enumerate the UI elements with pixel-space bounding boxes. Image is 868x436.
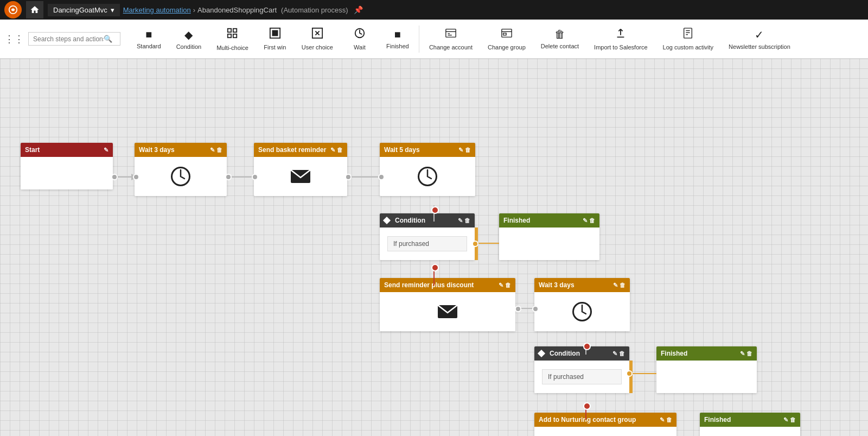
node-finished1-header: Finished ✎ 🗑 (499, 213, 599, 228)
automation-canvas[interactable]: Start ✎ Wait 3 days ✎ 🗑 Send basket remi… (0, 59, 868, 436)
node-finished1[interactable]: Finished ✎ 🗑 (499, 213, 599, 260)
clock-icon (170, 166, 192, 187)
app-name[interactable]: DancingGoatMvc ▾ (48, 4, 120, 16)
node-condition2[interactable]: Condition ✎ 🗑 If purchased (534, 346, 629, 393)
node-finished2-header: Finished ✎ 🗑 (656, 346, 757, 361)
connector-wait1-in (133, 174, 139, 180)
node-finished3-body (700, 427, 800, 436)
newsletter-sub-icon: ✓ (755, 28, 764, 41)
import-salesforce-label: Import to Salesforce (594, 44, 647, 50)
node-wait1-body (135, 157, 227, 196)
node-nurturing-title: Add to Nurturing contact group (539, 416, 636, 424)
email-icon-2 (437, 303, 458, 320)
search-box: 🔍 (28, 32, 120, 46)
node-wait3-body (534, 292, 630, 331)
multi-choice-label: Multi-choice (216, 45, 248, 51)
app-logo[interactable] (4, 1, 22, 18)
breadcrumb-page: AbandonedShoppingCart (197, 6, 277, 14)
pin-icon[interactable]: 📌 (354, 5, 363, 14)
node-wait2[interactable]: Wait 5 days ✎ 🗑 (380, 143, 475, 196)
node-wait1[interactable]: Wait 3 days ✎ 🗑 (135, 143, 227, 196)
node-finished2-actions[interactable]: ✎ 🗑 (740, 350, 752, 357)
node-add-nurturing[interactable]: Add to Nurturing contact group ✎ 🗑 (534, 413, 676, 436)
toolbar-item-condition[interactable]: ◆ Condition (169, 20, 209, 58)
toolbar-item-wait[interactable]: Wait (341, 20, 379, 58)
email-icon (290, 168, 311, 185)
node-finished3[interactable]: Finished ✎ 🗑 (700, 413, 800, 436)
node-basket-actions[interactable]: ✎ 🗑 (330, 147, 343, 154)
toolbar-item-change-account[interactable]: Change account (422, 20, 480, 58)
svg-rect-4 (233, 34, 237, 37)
condition2-branch-bar (629, 361, 633, 393)
delete-contact-icon: 🗑 (554, 28, 565, 41)
connector-cond2-down (583, 402, 591, 410)
node-condition1[interactable]: Condition ✎ 🗑 If purchased (380, 213, 475, 260)
node-send-basket[interactable]: Send basket reminder ✎ 🗑 (254, 143, 347, 196)
node-wait2-actions[interactable]: ✎ 🗑 (458, 147, 471, 154)
node-condition2-body: If purchased (534, 361, 629, 393)
node-reminder-actions[interactable]: ✎ 🗑 (499, 282, 511, 289)
svg-rect-12 (446, 29, 456, 37)
svg-rect-2 (233, 28, 237, 31)
connector-cond1-down (431, 264, 439, 271)
node-start[interactable]: Start ✎ (21, 143, 113, 189)
node-condition2-title: Condition (550, 350, 580, 357)
first-win-icon (269, 27, 281, 42)
toolbar-item-change-group[interactable]: Change group (480, 20, 533, 58)
home-button[interactable] (26, 1, 43, 18)
toolbar-item-multi-choice[interactable]: Multi-choice (209, 20, 256, 58)
node-wait3-actions[interactable]: ✎ 🗑 (613, 282, 626, 289)
breadcrumb-section[interactable]: Marketing automation (123, 6, 191, 14)
node-wait3[interactable]: Wait 3 days ✎ 🗑 (534, 278, 630, 331)
node-wait3-header: Wait 3 days ✎ 🗑 (534, 278, 630, 292)
node-condition2-header: Condition ✎ 🗑 (534, 346, 629, 361)
node-send-reminder[interactable]: Send reminder plus discount ✎ 🗑 (380, 278, 515, 331)
connector-wait3-in (532, 306, 539, 312)
user-choice-icon (311, 27, 323, 42)
toolbar-item-newsletter-sub[interactable]: ✓ Newsletter subscription (721, 20, 798, 58)
node-finished1-title: Finished (503, 217, 530, 224)
toolbar-item-import-salesforce[interactable]: Import to Salesforce (586, 20, 655, 58)
node-finished1-actions[interactable]: ✎ 🗑 (583, 217, 595, 224)
toolbar-item-user-choice[interactable]: User choice (294, 20, 341, 58)
condition-icon: ◆ (184, 28, 193, 41)
delete-contact-label: Delete contact (541, 43, 579, 49)
diamond-icon (383, 217, 391, 224)
newsletter-sub-label: Newsletter subscription (729, 43, 790, 50)
node-start-body (21, 157, 113, 189)
toolbar-separator (419, 26, 419, 53)
connector-reminder-out (515, 306, 521, 312)
node-start-title: Start (25, 146, 40, 154)
node-reminder-title: Send reminder plus discount (384, 281, 474, 289)
toolbar-item-log-custom[interactable]: Log custom activity (655, 20, 722, 58)
clock-icon-3 (571, 301, 593, 323)
node-basket-title: Send basket reminder (258, 146, 326, 154)
node-finished3-actions[interactable]: ✎ 🗑 (783, 416, 796, 424)
node-start-actions[interactable]: ✎ (104, 147, 108, 154)
toolbar-item-first-win[interactable]: First win (256, 20, 294, 58)
first-win-label: First win (264, 44, 286, 50)
toolbar-item-delete-contact[interactable]: 🗑 Delete contact (533, 20, 586, 58)
search-input[interactable] (33, 35, 104, 43)
node-condition1-body: If purchased (380, 228, 475, 260)
toolbar-item-finished[interactable]: ■ Finished (379, 20, 417, 58)
toolbar: ⋮⋮ 🔍 ■ Standard ◆ Condition Multi-choice… (0, 20, 868, 59)
finished-label: Finished (386, 43, 409, 49)
toolbar-item-standard[interactable]: ■ Standard (129, 20, 169, 58)
node-finished1-body (499, 228, 599, 260)
toolbar-menu-dots[interactable]: ⋮⋮ (4, 33, 24, 45)
node-reminder-header: Send reminder plus discount ✎ 🗑 (380, 278, 515, 292)
connector-basket-out (345, 174, 352, 180)
node-wait3-title: Wait 3 days (539, 281, 575, 289)
node-wait1-actions[interactable]: ✎ 🗑 (210, 147, 222, 154)
search-icon[interactable]: 🔍 (104, 35, 112, 43)
svg-rect-3 (228, 34, 231, 37)
node-finished3-header: Finished ✎ 🗑 (700, 413, 800, 427)
condition2-label: If purchased (542, 369, 622, 384)
node-condition2-actions[interactable]: ✎ 🗑 (612, 350, 625, 357)
node-nurturing-header: Add to Nurturing contact group ✎ 🗑 (534, 413, 676, 427)
node-finished2[interactable]: Finished ✎ 🗑 (656, 346, 757, 393)
node-nurturing-actions[interactable]: ✎ 🗑 (660, 416, 672, 424)
node-condition1-actions[interactable]: ✎ 🗑 (458, 217, 470, 224)
user-choice-label: User choice (302, 44, 333, 50)
